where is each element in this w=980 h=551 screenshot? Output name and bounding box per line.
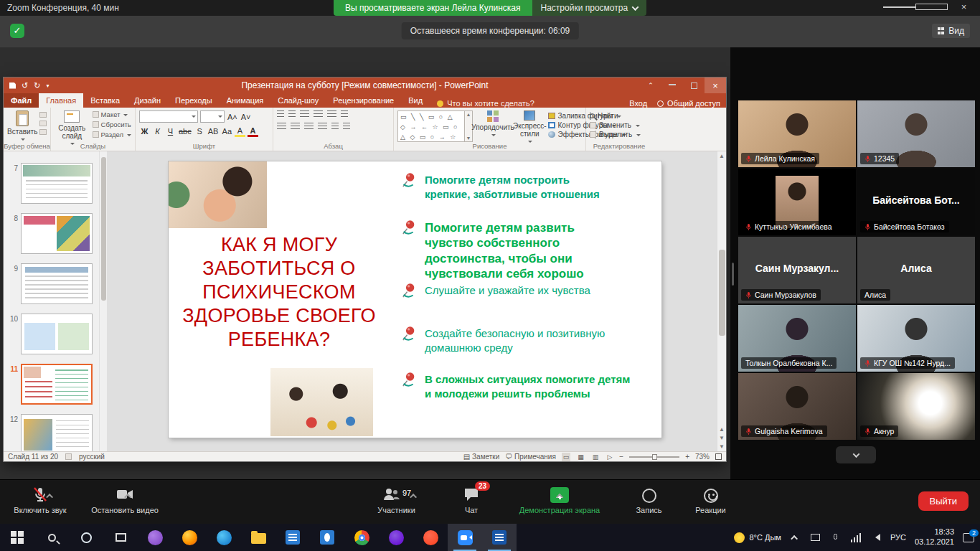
- increase-indent-icon[interactable]: [314, 110, 323, 118]
- reset-button[interactable]: Сбросить: [93, 121, 131, 128]
- tile-gulgaisha[interactable]: Gulgaisha Kerimova: [738, 373, 856, 440]
- tab-insert[interactable]: Вставка: [83, 93, 127, 108]
- taskbar-app-yandex[interactable]: [413, 524, 448, 551]
- select-button[interactable]: Выделить: [590, 131, 649, 138]
- tile-baiseitova[interactable]: Байсейтова Бот... Байсейтова Ботакөз: [857, 169, 975, 235]
- taskbar-app-edge[interactable]: [207, 524, 241, 551]
- ppt-restore-button[interactable]: [683, 77, 705, 93]
- tile-leila-kulinskaya[interactable]: Лейла Кулинская: [738, 100, 856, 167]
- zoom-in-button[interactable]: +: [685, 453, 689, 461]
- mic-tray-icon[interactable]: [830, 532, 842, 543]
- reactions-button[interactable]: Реакции: [680, 484, 741, 514]
- section-button[interactable]: Раздел: [93, 131, 131, 138]
- tile-aknur[interactable]: Акнур: [857, 373, 975, 440]
- slide-sorter-icon[interactable]: ▦: [576, 453, 585, 461]
- thumbnail-slide-8[interactable]: 8: [8, 213, 93, 254]
- copy-icon[interactable]: [39, 121, 47, 126]
- tab-home[interactable]: Главная: [39, 93, 83, 108]
- stop-video-button[interactable]: Остановить видео: [79, 484, 171, 514]
- new-slide-button[interactable]: Создать слайд: [55, 110, 90, 146]
- taskbar-app-firefox[interactable]: [172, 524, 207, 551]
- format-painter-icon[interactable]: [39, 129, 47, 135]
- chat-button[interactable]: 23 Чат: [439, 484, 504, 514]
- shapes-gallery[interactable]: ▭ ╲ ╲ ▭ ○ △◇ → ← ☆ ▭ ○△ ◇ ▭ ○ → ☆: [397, 110, 465, 142]
- tell-me-box[interactable]: Что вы хотите сделать?: [437, 99, 534, 108]
- reading-view-icon[interactable]: ▥: [591, 453, 600, 461]
- cortana-button[interactable]: [69, 524, 103, 551]
- strikethrough-button[interactable]: abc: [178, 126, 192, 137]
- share-screen-button[interactable]: Демонстрация экрана: [502, 484, 617, 514]
- font-size-combo[interactable]: [200, 110, 225, 123]
- redo-icon[interactable]: ↻: [34, 81, 40, 90]
- find-button[interactable]: Найти: [590, 112, 649, 120]
- smartart-icon[interactable]: [343, 123, 350, 131]
- text-direction-icon[interactable]: [341, 110, 348, 118]
- taskbar-clock[interactable]: 18:33 03.12.2021: [915, 527, 954, 547]
- record-button[interactable]: Запись: [618, 484, 679, 514]
- decrease-indent-icon[interactable]: [300, 110, 309, 118]
- thumbnail-slide-11-selected[interactable]: 11: [8, 364, 93, 405]
- align-right-icon[interactable]: [304, 123, 314, 131]
- taskbar-app-mail[interactable]: [275, 524, 310, 551]
- taskbar-app-zoom-active[interactable]: [448, 524, 482, 551]
- undo-icon[interactable]: ↺: [22, 81, 28, 90]
- action-center-button[interactable]: 2: [963, 533, 974, 542]
- bold-button[interactable]: Ж: [139, 126, 150, 137]
- thumbnail-slide-7[interactable]: 7: [8, 163, 93, 204]
- font-name-combo[interactable]: [139, 110, 198, 123]
- underline-button[interactable]: Ч: [165, 126, 176, 137]
- taskbar-app-phone[interactable]: [310, 524, 344, 551]
- zoom-slider[interactable]: [629, 456, 679, 458]
- tile-sain[interactable]: Саин Мурзакул... Саин Мурзакулов: [738, 237, 856, 303]
- view-button[interactable]: Вид: [932, 24, 970, 38]
- align-center-icon[interactable]: [291, 123, 300, 131]
- unmute-button[interactable]: Включить звук: [6, 484, 75, 514]
- task-view-button[interactable]: [103, 524, 138, 551]
- shrink-font-icon[interactable]: A˅: [240, 111, 252, 123]
- tile-kuttykyz[interactable]: Куттыкыз Уйсимбаева: [738, 169, 856, 235]
- ppt-close-button[interactable]: ×: [705, 77, 726, 93]
- close-button[interactable]: ×: [948, 0, 980, 16]
- security-shield-icon[interactable]: ✓: [10, 24, 24, 38]
- share-button[interactable]: Общий доступ: [657, 99, 720, 108]
- view-settings-dropdown[interactable]: Настройки просмотра: [532, 0, 647, 16]
- zoom-percent[interactable]: 73%: [695, 453, 710, 461]
- tab-animations[interactable]: Анимация: [220, 93, 271, 108]
- replace-button[interactable]: Заменить: [590, 121, 649, 129]
- justify-icon[interactable]: [318, 123, 327, 131]
- tab-review[interactable]: Рецензирование: [326, 93, 401, 108]
- tab-design[interactable]: Дизайн: [127, 93, 168, 108]
- cut-icon[interactable]: [39, 112, 47, 118]
- text-shadow-button[interactable]: S: [194, 126, 205, 137]
- tile-12345[interactable]: 12345: [857, 100, 975, 167]
- tile-kgu-school[interactable]: КГУ ОШ №142 Нурд...: [857, 305, 975, 372]
- normal-view-icon[interactable]: ▭: [562, 453, 571, 461]
- ribbon-options-icon[interactable]: ⌃: [640, 77, 661, 93]
- line-spacing-icon[interactable]: [327, 110, 336, 118]
- maximize-button[interactable]: [915, 0, 948, 16]
- italic-button[interactable]: К: [152, 126, 163, 137]
- slide-11[interactable]: КАК Я МОГУ ЗАБОТИТЬСЯ О ПСИХИЧЕСКОМ ЗДОР…: [169, 161, 661, 438]
- comments-toggle[interactable]: 🗩 Примечания: [505, 453, 556, 461]
- paste-button[interactable]: Вставить: [7, 110, 37, 141]
- spellcheck-icon[interactable]: [65, 453, 72, 460]
- tab-file[interactable]: Файл: [4, 93, 39, 108]
- thumbnail-slide-12[interactable]: 12: [8, 414, 93, 451]
- minimize-button[interactable]: [883, 0, 915, 16]
- fit-to-window-icon[interactable]: [715, 453, 722, 460]
- thumbnail-slide-10[interactable]: 10: [8, 314, 93, 354]
- volume-tray-icon[interactable]: [870, 532, 882, 543]
- tab-slideshow[interactable]: Слайд-шоу: [270, 93, 326, 108]
- weather-widget[interactable]: 8°C Дым: [734, 532, 781, 543]
- notes-toggle[interactable]: ▤ Заметки: [463, 453, 499, 461]
- tab-view[interactable]: Вид: [401, 93, 430, 108]
- panel-resize-handle[interactable]: [732, 263, 734, 286]
- taskbar-app-explorer[interactable]: [241, 524, 275, 551]
- qat-customize-icon[interactable]: ▾: [46, 83, 49, 89]
- grow-font-icon[interactable]: A˄: [227, 111, 238, 123]
- chevron-up-icon[interactable]: [410, 494, 417, 501]
- sign-in-link[interactable]: Вход: [629, 99, 647, 108]
- network-tray-icon[interactable]: [850, 532, 862, 543]
- language-indicator[interactable]: русский: [79, 453, 105, 461]
- leave-meeting-button[interactable]: Выйти: [918, 491, 969, 511]
